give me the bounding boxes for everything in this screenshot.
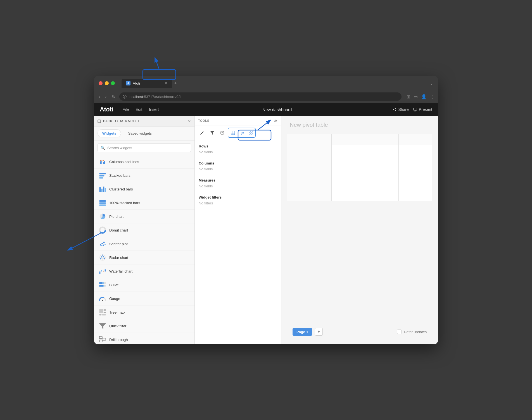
- grid-tool-button[interactable]: [246, 128, 255, 137]
- table-row: [287, 187, 432, 201]
- rows-empty: No fields: [199, 150, 277, 154]
- sidebar-close-button[interactable]: ✕: [188, 119, 191, 123]
- page-1-button[interactable]: Page 1: [293, 328, 312, 336]
- tools-header: TOOLS ≫: [195, 116, 281, 125]
- svg-rect-11: [100, 161, 101, 164]
- defer-updates-checkbox[interactable]: [397, 330, 402, 334]
- widget-label-pie-chart: Pie chart: [109, 214, 124, 219]
- present-button[interactable]: Present: [413, 107, 432, 112]
- forward-button[interactable]: ›: [104, 93, 108, 100]
- svg-rect-18: [99, 187, 101, 192]
- search-input[interactable]: [107, 146, 188, 150]
- widget-item-drillthrough[interactable]: Drillthrough: [94, 333, 194, 344]
- svg-rect-20: [103, 187, 104, 192]
- pivot-cell: [332, 159, 365, 173]
- svg-point-32: [104, 244, 106, 245]
- widget-item-tree-map[interactable]: Tree map: [94, 306, 194, 319]
- svg-rect-15: [99, 173, 106, 174]
- svg-rect-51: [104, 312, 106, 313]
- traffic-lights: [99, 81, 115, 85]
- back-to-model-icon: [98, 120, 101, 123]
- pivot-title: New pivot table: [287, 122, 432, 128]
- widget-item-stacked100-bars[interactable]: 100% stacked bars: [94, 196, 194, 210]
- nav-file[interactable]: File: [120, 106, 132, 113]
- widget-label-waterfall-chart: Waterfall chart: [109, 269, 132, 273]
- scatter-plot-icon: [99, 240, 106, 248]
- menu-icon[interactable]: ⋮: [430, 94, 434, 99]
- widget-item-gauge[interactable]: Gauge: [94, 292, 194, 306]
- pivot-cell: [365, 173, 399, 187]
- tools-collapse-button[interactable]: ≫: [274, 118, 278, 123]
- filter-tool-button[interactable]: [208, 128, 217, 137]
- pivot-cell: [332, 134, 365, 145]
- extensions-icon[interactable]: ⊞: [407, 94, 410, 99]
- left-sidebar: BACK TO DATA MODEL ✕ Widgets Saved widge…: [94, 116, 195, 344]
- clustered-bars-icon: [99, 185, 106, 193]
- widget-label-quick-filter: Quick filter: [109, 324, 126, 328]
- widget-item-scatter-plot[interactable]: Scatter plot: [94, 237, 194, 251]
- tab-saved-widgets[interactable]: Saved widgets: [123, 129, 156, 137]
- table-row: [287, 134, 432, 145]
- widget-filters-section: Widget filters No filters: [195, 191, 281, 208]
- pivot-cell: [365, 159, 399, 173]
- svg-rect-52: [99, 314, 102, 315]
- table-icon: [231, 131, 235, 135]
- tree-map-icon: [99, 308, 106, 316]
- table-row: [287, 159, 432, 173]
- app-logo: Atoti: [100, 106, 113, 113]
- widget-item-columns-lines[interactable]: Columns and lines: [94, 155, 194, 169]
- sidebar-icon[interactable]: ▭: [414, 94, 418, 99]
- expression-tool-button[interactable]: {x}: [237, 128, 246, 137]
- close-traffic-light[interactable]: [99, 81, 103, 85]
- svg-rect-7: [414, 108, 417, 110]
- nav-insert[interactable]: Insert: [146, 106, 162, 113]
- profile-icon[interactable]: 👤: [421, 94, 427, 99]
- share-button[interactable]: Share: [393, 107, 408, 112]
- back-button[interactable]: ‹: [98, 93, 101, 100]
- table-tool-button[interactable]: [228, 128, 237, 137]
- widget-item-radar-chart[interactable]: Radar chart: [94, 251, 194, 264]
- widget-item-quick-filter[interactable]: Quick filter: [94, 319, 194, 333]
- browser-tab[interactable]: A Atoti ✕: [122, 79, 172, 88]
- widget-item-clustered-bars[interactable]: Clustered bars: [94, 182, 194, 196]
- nav-edit[interactable]: Edit: [133, 106, 145, 113]
- pivot-cell: [399, 187, 432, 201]
- svg-rect-41: [105, 269, 106, 272]
- svg-text:i: i: [124, 96, 125, 98]
- minimize-traffic-light[interactable]: [105, 81, 109, 85]
- search-icon: 🔍: [101, 146, 105, 150]
- svg-rect-47: [99, 285, 103, 287]
- widget-label-radar-chart: Radar chart: [109, 256, 128, 260]
- tools-panel: TOOLS ≫: [195, 116, 281, 344]
- new-tab-button[interactable]: +: [174, 80, 177, 86]
- widget-label-columns-lines: Columns and lines: [109, 160, 139, 164]
- pivot-area: New pivot table: [281, 116, 438, 344]
- widget-item-waterfall-chart[interactable]: Waterfall chart: [94, 264, 194, 278]
- grid-icon: [249, 131, 253, 135]
- widget-item-bullet[interactable]: Bullet: [94, 278, 194, 292]
- address-path: :53717/#/dashboard/92i: [143, 95, 181, 99]
- maximize-traffic-light[interactable]: [111, 81, 115, 85]
- back-to-model-label[interactable]: BACK TO DATA MODEL: [103, 119, 186, 123]
- pivot-table: [287, 134, 432, 201]
- add-page-button[interactable]: +: [315, 328, 323, 336]
- pencil-icon: [200, 131, 204, 135]
- svg-rect-73: [251, 131, 252, 132]
- widget-item-donut-chart[interactable]: Donut chart: [94, 223, 194, 237]
- refresh-button[interactable]: ↻: [111, 93, 117, 101]
- widget-label-drillthrough: Drillthrough: [109, 338, 128, 342]
- edit-tool-button[interactable]: [198, 128, 206, 137]
- svg-text:{x}: {x}: [240, 131, 244, 135]
- widget-item-stacked-bars[interactable]: Stacked bars: [94, 169, 194, 182]
- columns-empty: No fields: [199, 167, 277, 171]
- widget-item-pie-chart[interactable]: Pie chart: [94, 210, 194, 223]
- svg-marker-54: [99, 323, 106, 329]
- widget-label-scatter-plot: Scatter plot: [109, 242, 128, 246]
- svg-rect-22: [99, 200, 106, 202]
- widget-label-donut-chart: Donut chart: [109, 228, 128, 232]
- tab-widgets[interactable]: Widgets: [98, 129, 121, 137]
- format-tool-button[interactable]: [218, 128, 227, 137]
- tab-chevron-icon[interactable]: ⌄: [430, 81, 433, 86]
- tab-close-button[interactable]: ✕: [165, 81, 167, 85]
- address-bar[interactable]: i localhost:53717/#/dashboard/92i: [119, 92, 402, 101]
